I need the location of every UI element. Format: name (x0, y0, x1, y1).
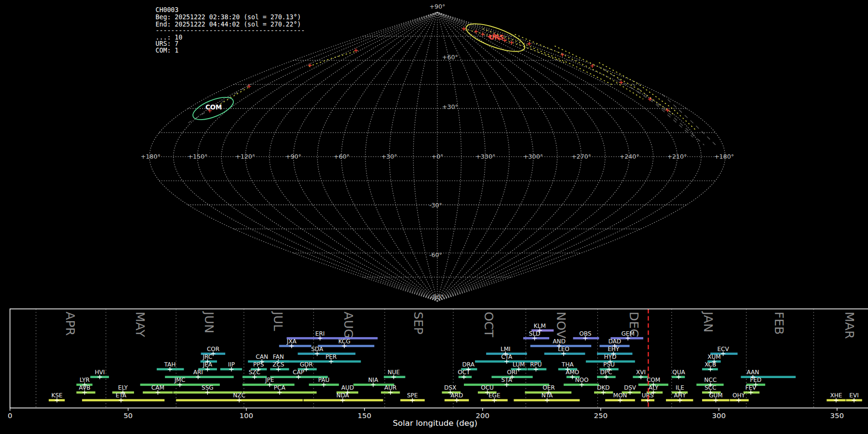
month-label-nov: NOV (554, 312, 568, 339)
month-label-apr: APR (63, 312, 77, 336)
map-lat-label: -90° (431, 293, 444, 300)
meteor-track (515, 34, 643, 99)
shower-label: MON (613, 392, 627, 399)
x-tick-label: 50 (123, 411, 133, 420)
shower-label: CTA (501, 353, 513, 360)
shower-label: SDA (311, 346, 324, 353)
shower-label: ALY (649, 384, 659, 391)
map-lon-label: +60° (334, 153, 350, 160)
shower-nue: NUE (384, 369, 406, 379)
shower-label: XUM (707, 353, 720, 360)
shower-label: PSU (603, 361, 615, 368)
shower-label: XCB (705, 361, 716, 368)
shower-label: GEM (621, 330, 634, 337)
shower-label: QUA (672, 369, 685, 376)
shower-aur: AUR (381, 384, 400, 394)
month-label-jan: JAN (701, 311, 715, 332)
station-id: CH0003 (156, 6, 179, 14)
shower-label: EVI (849, 392, 858, 399)
shower-label: THA (561, 361, 574, 368)
shower-qua: QUA (672, 369, 686, 379)
meteor-track (220, 87, 249, 104)
shower-label: RPU (530, 361, 542, 368)
shower-label: TAH (164, 361, 176, 368)
shower-label: AUR (384, 384, 397, 391)
shower-label: JRC (202, 353, 212, 360)
shower-label: PAU (318, 377, 330, 383)
shower-label: PER (326, 353, 337, 360)
map-lon-label: +210° (667, 153, 687, 160)
meteor-radiant-marker (462, 27, 466, 31)
shower-label: ARI (193, 369, 203, 376)
shower-label: IIP (228, 361, 235, 368)
shower-label: PPS (253, 361, 264, 368)
shower-tah: TAH (157, 361, 184, 371)
shower-zcs: ZCS (270, 361, 289, 371)
shower-ahy: AHY (666, 392, 693, 402)
radiant-plot-figure: URSCOM +90°-90°+60°+30°-30°-60°+180°+150… (0, 0, 868, 434)
radiant-label-com: COM (205, 104, 222, 111)
shower-label: NOO (575, 377, 589, 383)
shower-label: JXA (286, 338, 297, 345)
shower-ohy: OHY (730, 392, 748, 402)
shower-label: HYD (604, 353, 617, 360)
shower-cam: CAM (143, 384, 173, 394)
map-lat-label: +30° (442, 103, 458, 110)
shower-mon: MON (605, 392, 635, 402)
shower-oct: OCT (458, 369, 472, 379)
month-label-jun: JUN (202, 311, 216, 333)
map-lon-label: +180° (141, 153, 161, 160)
count-com: COM: 1 (156, 47, 179, 54)
meteor-track (555, 46, 673, 114)
shower-ssg: SSG (173, 384, 242, 394)
x-tick-label: 300 (712, 411, 726, 420)
shower-label: LYR (80, 377, 90, 383)
shower-label: DRA (462, 361, 475, 368)
shower-eta: ETA (82, 392, 164, 402)
radiant-plot-page: { "info": { "lines": [ "CH0003", "Beg: 2… (0, 0, 868, 434)
shower-label: AUD (341, 384, 354, 391)
shower-label: CAN (256, 353, 268, 360)
shower-label: ORI (507, 369, 517, 376)
sky-map-grid-labels: +90°-90°+60°+30°-30°-60°+180°+150°+120°+… (141, 3, 734, 300)
shower-label: DPC (600, 369, 612, 376)
month-label-feb: FEB (772, 312, 786, 335)
map-lon-label: +120° (235, 153, 255, 160)
shower-label: LUM (513, 361, 525, 368)
shower-dkd: DKD (594, 384, 613, 394)
shower-dpc: DPC (597, 369, 616, 379)
shower-label: NDA (336, 392, 349, 399)
shower-label: JPE (265, 377, 274, 383)
map-lon-label: +90° (285, 153, 301, 160)
shower-label: GDR (300, 361, 313, 368)
shower-szc: SZC (243, 369, 267, 379)
shower-ege: EGE (481, 392, 508, 402)
month-label-mar: MAR (842, 312, 856, 339)
meteor-track-unmatched (605, 70, 693, 137)
shower-rpu: RPU (528, 361, 546, 371)
shower-label: EHY (608, 346, 620, 353)
shower-fev: FEV (744, 384, 760, 394)
shower-label: NCC (704, 377, 717, 383)
x-tick-label: 100 (240, 411, 253, 420)
meteor-radiant-marker (527, 42, 531, 46)
map-lon-label: +150° (188, 153, 207, 160)
shower-label: AHY (674, 392, 686, 399)
shower-ard: ARD (445, 392, 469, 402)
meteor-radiant-marker (510, 41, 514, 44)
shower-activity-bar (279, 345, 312, 347)
shower-label: XVI (636, 369, 646, 376)
shower-label: CAM (151, 384, 164, 391)
shower-label: FEV (746, 384, 757, 391)
shower-label: SZC (249, 369, 260, 376)
shower-label: ELY (118, 384, 128, 391)
x-tick-label: 350 (830, 411, 844, 420)
shower-label: JMC (174, 377, 185, 383)
shower-per: PER (278, 353, 361, 364)
shower-eri: ERI (287, 330, 378, 340)
shower-nzc: NZC (176, 392, 303, 402)
shower-leo: LEO (544, 346, 585, 356)
shower-activity-bar (287, 337, 378, 339)
shower-kse: KSE (49, 392, 65, 402)
shower-label: KLM (534, 323, 546, 329)
